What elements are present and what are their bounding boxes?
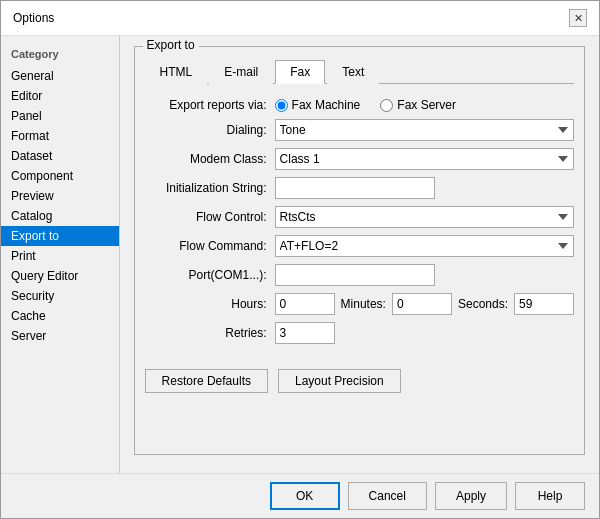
sidebar-item-query-editor[interactable]: Query Editor [1,266,119,286]
retries-row: Retries: [145,322,574,344]
tab-email[interactable]: E-mail [209,60,273,84]
sidebar-item-component[interactable]: Component [1,166,119,186]
fax-form: Export reports via: Fax Machine Fax Serv… [145,94,574,355]
sidebar-item-server[interactable]: Server [1,326,119,346]
sidebar-item-format[interactable]: Format [1,126,119,146]
layout-precision-button[interactable]: Layout Precision [278,369,401,393]
tab-text[interactable]: Text [327,60,379,84]
flow-command-select[interactable]: AT+FLO=2 AT+FLO=0 AT+FLO=1 [275,235,574,257]
dialing-select[interactable]: Tone Pulse [275,119,574,141]
time-fields: Minutes: Seconds: [275,293,574,315]
minutes-input[interactable] [392,293,452,315]
export-via-radio-group: Fax Machine Fax Server [275,98,574,112]
export-via-row: Export reports via: Fax Machine Fax Serv… [145,98,574,112]
port-label: Port(COM1...): [145,268,275,282]
retries-input[interactable] [275,322,335,344]
radio-fax-machine-input[interactable] [275,99,288,112]
radio-fax-machine-label: Fax Machine [292,98,361,112]
restore-defaults-button[interactable]: Restore Defaults [145,369,268,393]
sidebar-item-cache[interactable]: Cache [1,306,119,326]
sidebar-item-security[interactable]: Security [1,286,119,306]
sidebar-item-general[interactable]: General [1,66,119,86]
category-label: Category [1,44,119,66]
sidebar-item-editor[interactable]: Editor [1,86,119,106]
flow-control-select[interactable]: RtsCts XonXoff None [275,206,574,228]
sidebar-item-dataset[interactable]: Dataset [1,146,119,166]
options-dialog: Options ✕ Category General Editor Panel … [0,0,600,519]
modem-class-select[interactable]: Class 1 Class 2 Class 2.0 [275,148,574,170]
group-legend: Export to [143,38,199,52]
seconds-input[interactable] [514,293,574,315]
tab-fax[interactable]: Fax [275,60,325,84]
close-button[interactable]: ✕ [569,9,587,27]
apply-button[interactable]: Apply [435,482,507,510]
sidebar-item-preview[interactable]: Preview [1,186,119,206]
sidebar-item-catalog[interactable]: Catalog [1,206,119,226]
export-to-group: Export to HTML E-mail Fax Text Export re… [134,46,585,455]
init-string-label: Initialization String: [145,181,275,195]
dialog-buttons: OK Cancel Apply Help [1,473,599,518]
modem-class-row: Modem Class: Class 1 Class 2 Class 2.0 [145,148,574,170]
retries-label: Retries: [145,326,275,340]
hours-label: Hours: [145,297,275,311]
dialog-title: Options [13,11,54,25]
hours-input[interactable] [275,293,335,315]
tab-html[interactable]: HTML [145,60,208,84]
export-via-label: Export reports via: [145,98,275,112]
radio-fax-server[interactable]: Fax Server [380,98,456,112]
inner-buttons: Restore Defaults Layout Precision [145,365,574,393]
ok-button[interactable]: OK [270,482,340,510]
sidebar-item-panel[interactable]: Panel [1,106,119,126]
radio-fax-server-input[interactable] [380,99,393,112]
dialing-row: Dialing: Tone Pulse [145,119,574,141]
flow-control-label: Flow Control: [145,210,275,224]
init-string-row: Initialization String: [145,177,574,199]
radio-fax-server-label: Fax Server [397,98,456,112]
dialing-label: Dialing: [145,123,275,137]
dialog-content: Category General Editor Panel Format Dat… [1,36,599,473]
tab-bar: HTML E-mail Fax Text [145,59,574,84]
minutes-label: Minutes: [341,297,386,311]
port-input[interactable] [275,264,435,286]
time-row: Hours: Minutes: Seconds: [145,293,574,315]
cancel-button[interactable]: Cancel [348,482,427,510]
title-bar: Options ✕ [1,1,599,36]
sidebar-item-print[interactable]: Print [1,246,119,266]
flow-command-row: Flow Command: AT+FLO=2 AT+FLO=0 AT+FLO=1 [145,235,574,257]
port-row: Port(COM1...): [145,264,574,286]
main-panel: Export to HTML E-mail Fax Text Export re… [120,36,599,473]
init-string-input[interactable] [275,177,435,199]
sidebar: Category General Editor Panel Format Dat… [1,36,120,473]
seconds-label: Seconds: [458,297,508,311]
flow-command-label: Flow Command: [145,239,275,253]
flow-control-row: Flow Control: RtsCts XonXoff None [145,206,574,228]
modem-class-label: Modem Class: [145,152,275,166]
help-button[interactable]: Help [515,482,585,510]
sidebar-item-export-to[interactable]: Export to [1,226,119,246]
radio-fax-machine[interactable]: Fax Machine [275,98,361,112]
